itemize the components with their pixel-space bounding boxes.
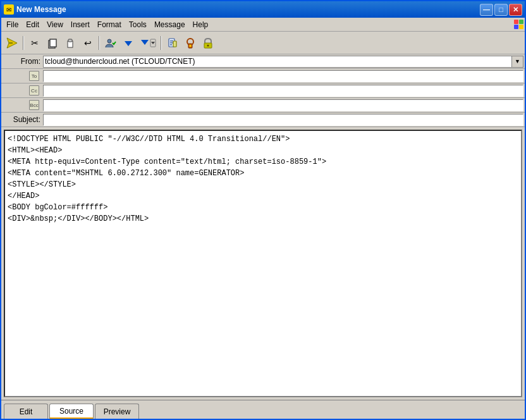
encrypt-button[interactable]: [200, 35, 216, 51]
menu-format[interactable]: Format: [94, 19, 125, 30]
menu-help[interactable]: Help: [189, 19, 212, 30]
bcc-label-area: Bcc: [1, 100, 43, 110]
separator-1: [23, 36, 24, 50]
to-label-area: To: [1, 71, 43, 81]
menu-insert[interactable]: Insert: [67, 19, 94, 30]
minimize-button[interactable]: —: [480, 4, 493, 16]
attach-button[interactable]: [164, 35, 181, 51]
check-names-button[interactable]: [102, 35, 119, 51]
maximize-button[interactable]: □: [494, 4, 508, 16]
cut-button[interactable]: ✂: [27, 35, 43, 51]
menu-message[interactable]: Message: [150, 19, 189, 30]
svg-point-6: [107, 39, 111, 43]
body-area[interactable]: <!DOCTYPE HTML PUBLIC "-//W3C//DTD HTML …: [4, 130, 522, 397]
sign-button[interactable]: [182, 35, 199, 51]
menu-edit[interactable]: Edit: [22, 19, 43, 30]
svg-point-20: [207, 44, 209, 46]
from-dropdown-button[interactable]: ▼: [511, 56, 523, 67]
svg-rect-1: [9, 42, 13, 44]
cc-icon[interactable]: Cc: [29, 85, 39, 96]
tab-edit[interactable]: Edit: [4, 404, 48, 419]
svg-marker-8: [141, 40, 149, 45]
cc-label-area: Cc: [1, 85, 43, 96]
svg-rect-5: [68, 39, 72, 42]
title-bar: ✉ New Message — □ ✕: [1, 1, 525, 18]
svg-rect-18: [190, 45, 192, 47]
toolbar: ✂ ↩: [1, 32, 525, 54]
svg-rect-13: [170, 42, 173, 44]
send-button[interactable]: [4, 35, 20, 51]
title-bar-left: ✉ New Message: [4, 4, 66, 15]
svg-rect-14: [170, 44, 172, 46]
cc-input[interactable]: [43, 85, 523, 97]
from-input-wrapper: tcloud@thundercloud.net (TCLOUD/TCNET) ▼: [43, 56, 523, 68]
tab-preview[interactable]: Preview: [95, 404, 139, 419]
close-button[interactable]: ✕: [509, 4, 522, 16]
menu-file[interactable]: File: [3, 19, 22, 30]
subject-label: Subject:: [1, 115, 43, 124]
xp-logo: [514, 20, 523, 29]
main-window: ✉ New Message — □ ✕ File Edit View Inser…: [0, 0, 526, 420]
from-row: From: tcloud@thundercloud.net (TCLOUD/TC…: [1, 54, 525, 69]
svg-marker-7: [125, 41, 132, 46]
insert-dropdown-button[interactable]: [138, 35, 158, 51]
bcc-icon[interactable]: Bcc: [29, 100, 39, 110]
svg-rect-3: [50, 39, 56, 47]
body-content: <!DOCTYPE HTML PUBLIC "-//W3C//DTD HTML …: [8, 133, 518, 225]
undo-button[interactable]: ↩: [80, 35, 96, 51]
separator-2: [99, 36, 100, 50]
header-fields: From: tcloud@thundercloud.net (TCLOUD/TC…: [1, 54, 525, 127]
priority-down-button[interactable]: [120, 35, 137, 51]
bcc-row: Bcc: [1, 98, 525, 113]
tab-source[interactable]: Source: [49, 404, 94, 419]
cc-row: Cc: [1, 83, 525, 98]
subject-row: Subject:: [1, 113, 525, 127]
subject-input[interactable]: [43, 114, 523, 126]
bcc-input[interactable]: [43, 99, 523, 111]
from-label: From:: [1, 57, 43, 66]
to-input[interactable]: [43, 70, 523, 82]
paste-button[interactable]: [62, 35, 78, 51]
title-bar-buttons: — □ ✕: [480, 4, 522, 16]
menu-bar: File Edit View Insert Format Tools Messa…: [1, 18, 525, 32]
tab-bar: Edit Source Preview: [1, 400, 525, 419]
svg-rect-15: [173, 41, 176, 47]
window-title: New Message: [16, 5, 66, 14]
menu-tools[interactable]: Tools: [125, 19, 150, 30]
menu-view[interactable]: View: [43, 19, 67, 30]
separator-3: [161, 36, 162, 50]
window-icon: ✉: [4, 4, 14, 15]
from-value: tcloud@thundercloud.net (TCLOUD/TCNET): [44, 57, 511, 66]
svg-rect-12: [170, 40, 173, 42]
to-icon[interactable]: To: [29, 71, 39, 81]
to-row: To: [1, 69, 525, 83]
copy-button[interactable]: [44, 35, 61, 51]
